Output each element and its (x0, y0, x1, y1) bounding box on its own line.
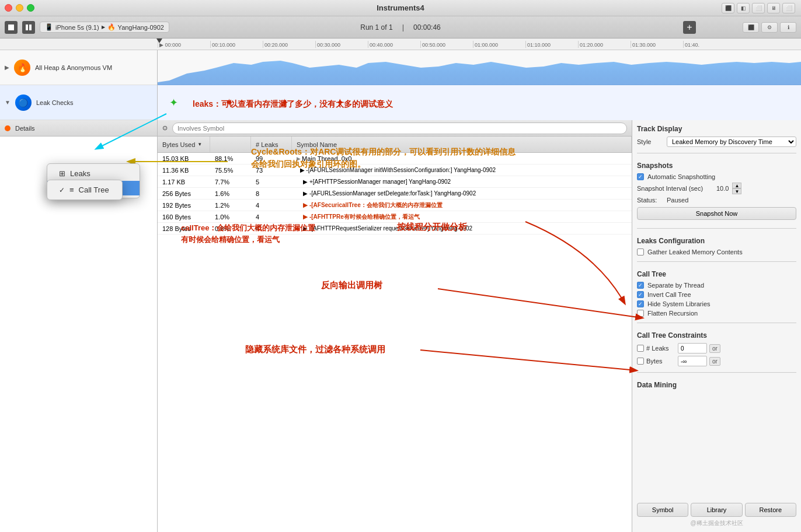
close-button[interactable] (5, 4, 12, 12)
call-tree-dropdown: ✓ ≡ Call Tree (47, 180, 123, 200)
project-icon: 🔥 (107, 23, 116, 31)
col-header-pct[interactable] (210, 136, 251, 152)
cell-leaks-4: 4 (251, 202, 292, 209)
title-bar: Instruments4 ⬛ ◧ ⬜ 🖥 ⬜ (0, 0, 801, 16)
col-header-leaks[interactable]: # Leaks (251, 136, 292, 152)
leaks-constraint-input[interactable] (678, 343, 707, 354)
sep-thread-checkbox[interactable]: ✓ (637, 282, 644, 289)
interval-value: 10.0 (716, 185, 729, 192)
snapshot-now-button[interactable]: Snapshot Now (637, 207, 796, 220)
leaks-constraint-label: # Leaks (646, 345, 675, 352)
table-row[interactable]: 256 Bytes 1.6% 8 ▶ -[AFURLSessionManager… (158, 188, 632, 200)
calltree-label: Call Tree (79, 186, 109, 194)
track-expand-leaks[interactable]: ▼ (5, 99, 11, 106)
info-icon[interactable]: ℹ (780, 22, 796, 33)
bytes-constraint-row: Bytes or (637, 356, 796, 366)
ruler-mark-2: 00:20.000 (263, 41, 315, 48)
invert-checkbox[interactable]: ✓ (637, 291, 644, 298)
ruler-mark-4: 00:40.000 (368, 41, 420, 48)
maximize-button[interactable] (27, 4, 34, 12)
hide-sys-row: ✓ Hide System Libraries (637, 300, 796, 307)
sidebar-toggle-icon[interactable]: ⬛ (743, 22, 759, 33)
col-header-symbol[interactable]: Symbol Name (292, 136, 632, 152)
details-dot-icon (5, 125, 11, 131)
heap-chart (158, 50, 801, 85)
stop-button[interactable] (5, 21, 18, 34)
details-label[interactable]: Details (15, 125, 35, 132)
cell-symbol-4: ▶ -[AFSecuricallTree：会给我们大概的内存泄漏位置 (292, 201, 632, 209)
minimize-button[interactable] (16, 4, 23, 12)
window-controls: ⬛ ◧ ⬜ 🖥 ⬜ (722, 3, 795, 13)
filter-icon[interactable]: ⊙ (162, 124, 168, 132)
status-value: Paused (667, 197, 796, 204)
leak-markers: ✦ ✦ ✦ ✦ (163, 96, 344, 109)
leaks-canvas: ✦ ✦ ✦ ✦ (158, 85, 801, 120)
cell-symbol-5: ▶ -[AFHTTPRe有时候会给精确位置，看运气 (292, 213, 632, 221)
cell-bytes-2: 1.17 KB (158, 178, 210, 186)
share-icon[interactable]: ⬛ (722, 3, 734, 13)
leak-dot-1: ✦ (169, 96, 178, 109)
table-body: 15.03 KB 88.1% 99 ▶ Main Thread 0x0 11.3… (158, 153, 632, 532)
cell-pct-4: 1.2% (210, 202, 251, 209)
add-instrument-button[interactable]: + (683, 21, 696, 34)
bytes-constraint-input[interactable] (678, 356, 707, 366)
table-header: Bytes Used ▼ # Leaks Symbol Name (158, 136, 632, 153)
view-icon2[interactable]: ⬜ (752, 3, 765, 13)
library-button[interactable]: Library (691, 503, 742, 517)
table-row[interactable]: 15.03 KB 88.1% 99 ▶ Main Thread 0x0 (158, 153, 632, 164)
ruler-mark-5: 00:50.000 (420, 41, 473, 48)
track-item-heap[interactable]: ▶ 🔥 All Heap & Anonymous VM (0, 50, 157, 85)
gather-leaks-checkbox[interactable] (637, 249, 644, 256)
auto-snapshot-checkbox[interactable]: ✓ (637, 173, 644, 180)
table-row[interactable]: 1.17 KB 7.7% 5 ▶ +[AFHTTPSessionManager … (158, 176, 632, 188)
hide-sys-label: Hide System Libraries (647, 300, 711, 307)
sep-thread-row: ✓ Separate by Thread (637, 282, 796, 289)
search-bar-area: ⊙ (158, 120, 632, 136)
dropdown-item-calltree[interactable]: ✓ ≡ Call Tree (47, 183, 122, 197)
symbol-button[interactable]: Symbol (637, 503, 688, 517)
view-icon1[interactable]: ◧ (737, 3, 750, 13)
cell-symbol-1: ▶ -[AFURLSessionManager initWithSessionC… (292, 167, 632, 173)
divider-5 (637, 372, 796, 373)
col-header-bytes[interactable]: Bytes Used ▼ (158, 136, 210, 152)
bytes-constraint-checkbox[interactable] (637, 358, 644, 365)
call-tree-dropdown-menu: ✓ ≡ Call Tree (47, 180, 123, 200)
ruler-mark-9: 01:30.000 (631, 41, 683, 48)
timeline-ruler: ▶ 00:000 00:10.000 00:20.000 00:30.000 0… (0, 38, 801, 50)
dropdown-item-leaks[interactable]: ⊞ Leaks (47, 166, 140, 181)
cell-leaks-1: 73 (251, 167, 292, 174)
pause-button[interactable] (22, 21, 35, 34)
constraints-title: Call Tree Constraints (637, 331, 796, 340)
interval-row: Snapshot Interval (sec) 10.0 ▲ ▼ (637, 183, 796, 194)
restore-button[interactable]: Restore (745, 503, 796, 517)
cell-leaks-0: 99 (251, 155, 292, 162)
table-row[interactable]: 11.36 KB 75.5% 73 ▶ -[AFURLSessionManage… (158, 164, 632, 176)
flatten-checkbox[interactable] (637, 310, 644, 317)
table-row[interactable]: 128 Bytes 0.8% 4 ▶ -[AFHTTPRequestSerial… (158, 223, 632, 235)
interval-stepper[interactable]: ▲ ▼ (732, 183, 741, 194)
table-row[interactable]: 192 Bytes 1.2% 4 ▶ -[AFSecuricallTree：会给… (158, 200, 632, 211)
sort-arrow-bytes: ▼ (197, 142, 202, 147)
leaks-header-label: # Leaks (256, 141, 278, 148)
step-up-icon[interactable]: ▲ (732, 183, 741, 188)
search-input[interactable] (172, 123, 627, 134)
settings-icon[interactable]: ⚙ (761, 22, 778, 33)
step-down-icon[interactable]: ▼ (732, 188, 741, 194)
view-icon3[interactable]: 🖥 (767, 3, 780, 13)
track-icon-leaks: 🔵 (15, 94, 32, 111)
table-row[interactable]: 160 Bytes 1.0% 4 ▶ -[AFHTTPRe有时候会给精确位置，看… (158, 211, 632, 223)
style-select[interactable]: Leaked Memory by Discovery Time (667, 136, 796, 147)
view-icon4[interactable]: ⬜ (782, 3, 795, 13)
track-expand-heap[interactable]: ▶ (5, 64, 9, 71)
details-header: Details (0, 120, 157, 136)
cell-pct-5: 1.0% (210, 214, 251, 220)
cell-symbol-6: ▶ -[AFHTTPRequestSerializer requestSeria… (292, 225, 632, 232)
hide-sys-checkbox[interactable]: ✓ (637, 300, 644, 307)
ruler-mark-6: 01:00.000 (473, 41, 525, 48)
track-item-leaks[interactable]: ▼ 🔵 Leak Checks (0, 85, 157, 120)
leaks-config-title: Leaks Configuration (637, 237, 796, 245)
leaks-constraint-checkbox[interactable] (637, 345, 644, 352)
leaks-constraint-op: or (709, 344, 720, 353)
device-selector[interactable]: 📱 iPhone 5s (9.1) ▶ 🔥 YangHang-0902 (40, 22, 169, 33)
snapshots-title: Snapshots (637, 162, 796, 170)
